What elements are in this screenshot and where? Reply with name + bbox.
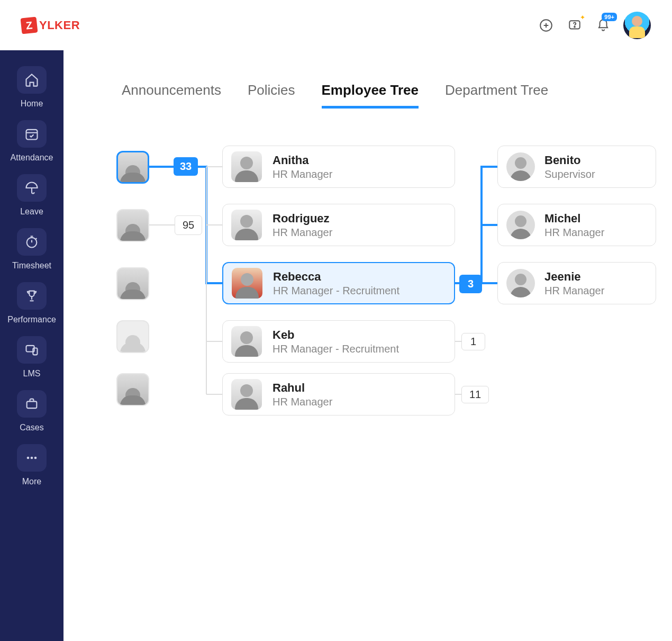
help-icon[interactable] — [566, 17, 583, 34]
tab-department-tree[interactable]: Department Tree — [445, 82, 548, 109]
sidebar-item-label: Attendance — [11, 153, 53, 162]
employee-child-count: 11 — [461, 386, 489, 403]
sidebar-item-performance[interactable]: Performance — [5, 282, 58, 324]
employee-photo — [231, 210, 262, 240]
employee-role: HR Manager — [544, 285, 604, 297]
sidebar-item-timesheet[interactable]: Timesheet — [5, 228, 58, 270]
employee-role: HR Manager - Recruitment — [273, 343, 399, 355]
tree-root-avatar[interactable] — [116, 151, 149, 184]
trophy-icon — [17, 282, 47, 310]
employee-role: HR Manager — [544, 227, 604, 239]
employee-name: Anitha — [273, 154, 332, 167]
employee-card[interactable]: Rodriguez HR Manager — [222, 204, 455, 246]
employee-name: Jeenie — [544, 270, 604, 284]
more-icon — [17, 444, 47, 472]
logo-text: YLKER — [39, 19, 80, 32]
svg-point-4 — [574, 26, 575, 27]
user-avatar[interactable] — [623, 12, 651, 39]
employee-role: HR Manager - Recruitment — [273, 285, 399, 297]
svg-rect-14 — [27, 401, 37, 408]
tree-sibling-avatar[interactable] — [116, 267, 149, 300]
employee-role: HR Manager — [273, 168, 332, 180]
devices-icon — [17, 336, 47, 364]
sidebar-item-attendance[interactable]: Attendance — [5, 120, 58, 162]
notifications-icon[interactable]: 99+ — [595, 17, 612, 34]
employee-name: Michel — [544, 212, 604, 225]
employee-photo — [506, 211, 535, 239]
employee-name: Rodriguez — [273, 212, 332, 225]
employee-role: HR Manager — [273, 227, 332, 239]
employee-card[interactable]: Keb HR Manager - Recruitment — [222, 320, 455, 363]
logo[interactable]: Z YLKER — [21, 17, 80, 33]
employee-child-count: 3 — [459, 275, 482, 293]
employee-card[interactable]: Michel HR Manager — [497, 204, 656, 246]
add-icon[interactable] — [538, 17, 555, 34]
sidebar-item-label: Timesheet — [12, 261, 51, 270]
umbrella-icon — [17, 174, 47, 202]
tree-sibling-avatar[interactable] — [116, 320, 149, 353]
sidebar-item-cases[interactable]: Cases — [5, 390, 58, 432]
employee-card[interactable]: Rahul HR Manager — [222, 373, 455, 416]
tab-policies[interactable]: Policies — [248, 82, 295, 109]
employee-photo — [231, 379, 262, 410]
employee-role: Supervisor — [544, 168, 595, 180]
sidebar-item-label: Home — [21, 99, 43, 109]
svg-point-15 — [27, 457, 30, 459]
employee-child-count: 1 — [461, 333, 485, 350]
employee-photo — [232, 268, 262, 299]
employee-name: Keb — [273, 328, 399, 342]
sidebar-item-label: Leave — [20, 207, 43, 216]
sidebar-item-label: Performance — [7, 315, 56, 324]
employee-photo — [231, 326, 262, 357]
sidebar-item-more[interactable]: More — [5, 444, 58, 486]
tree-sibling-avatar[interactable] — [116, 373, 149, 406]
employee-card[interactable]: Anitha HR Manager — [222, 146, 455, 188]
sidebar-item-lms[interactable]: LMS — [5, 336, 58, 378]
employee-name: Rahul — [273, 381, 332, 395]
employee-name: Rebecca — [273, 270, 399, 284]
employee-photo — [506, 269, 535, 297]
sidebar-item-label: More — [22, 477, 41, 486]
employee-card[interactable]: Jeenie HR Manager — [497, 262, 656, 304]
home-icon — [17, 66, 47, 94]
calendar-icon — [17, 120, 47, 148]
svg-point-17 — [34, 457, 37, 459]
svg-point-16 — [31, 457, 33, 459]
sidebar-item-home[interactable]: Home — [5, 66, 58, 109]
tree-sibling-avatar[interactable] — [116, 209, 149, 242]
employee-name: Benito — [544, 154, 595, 167]
sidebar-item-label: LMS — [23, 369, 41, 378]
briefcase-icon — [17, 390, 47, 418]
employee-role: HR Manager — [273, 396, 332, 408]
sidebar-item-label: Cases — [20, 423, 43, 432]
tree-root-count: 33 — [174, 157, 198, 176]
tree-sibling-count: 95 — [175, 215, 202, 235]
employee-photo — [231, 151, 262, 182]
notification-badge: 99+ — [602, 13, 617, 21]
sidebar-item-leave[interactable]: Leave — [5, 174, 58, 216]
svg-rect-5 — [26, 130, 38, 140]
employee-card[interactable]: Benito Supervisor — [497, 146, 656, 188]
employee-photo — [506, 152, 535, 181]
employee-card-selected[interactable]: Rebecca HR Manager - Recruitment — [222, 262, 455, 304]
stopwatch-icon — [17, 228, 47, 256]
sidebar: Home Attendance Leave Timesheet Performa… — [0, 50, 63, 641]
tab-announcements[interactable]: Announcements — [122, 82, 221, 109]
logo-badge: Z — [21, 16, 38, 34]
tab-employee-tree[interactable]: Employee Tree — [322, 82, 419, 109]
